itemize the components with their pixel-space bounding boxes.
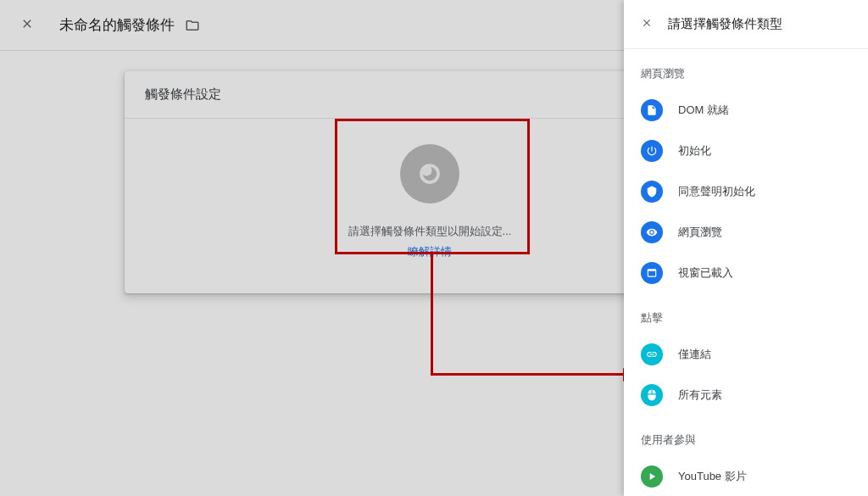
trigger-type-panel: 請選擇觸發條件類型 網頁瀏覽DOM 就緒初始化同意聲明初始化網頁瀏覽視窗已載入點…: [624, 0, 868, 496]
shield-icon: [641, 181, 663, 203]
link-icon: [641, 343, 663, 365]
trigger-item-label: DOM 就緒: [678, 103, 729, 118]
mouse-icon: [641, 384, 663, 406]
trigger-item-window-loaded[interactable]: 視窗已載入: [624, 253, 868, 293]
group-label: 使用者參與: [624, 415, 868, 456]
trigger-item-label: 視窗已載入: [678, 265, 733, 281]
trigger-item-consent-init[interactable]: 同意聲明初始化: [624, 171, 868, 212]
file-icon: [641, 99, 663, 121]
trigger-item-label: 僅連結: [678, 347, 711, 362]
trigger-item-youtube-video[interactable]: YouTube 影片: [624, 456, 868, 496]
folder-icon[interactable]: [185, 18, 200, 33]
group-label: 網頁瀏覽: [624, 49, 868, 90]
panel-close-icon[interactable]: [641, 15, 653, 33]
panel-title: 請選擇觸發條件類型: [668, 16, 782, 32]
editor-title[interactable]: 未命名的觸發條件: [59, 15, 175, 35]
svg-point-1: [421, 165, 432, 176]
trigger-item-dom-ready[interactable]: DOM 就緒: [624, 90, 868, 131]
group-label: 點擊: [624, 293, 868, 334]
trigger-item-label: YouTube 影片: [678, 469, 747, 484]
trigger-item-all-elements[interactable]: 所有元素: [624, 375, 868, 415]
trigger-item-page-view[interactable]: 網頁瀏覽: [624, 212, 868, 253]
trigger-item-label: 所有元素: [678, 387, 722, 403]
trigger-placeholder-icon: [400, 144, 459, 203]
play-icon: [641, 465, 663, 488]
power-icon: [641, 140, 663, 162]
trigger-item-just-links[interactable]: 僅連結: [624, 334, 868, 375]
close-icon[interactable]: [20, 15, 34, 35]
trigger-item-label: 初始化: [678, 143, 711, 159]
trigger-item-label: 同意聲明初始化: [678, 184, 755, 199]
trigger-item-initialization[interactable]: 初始化: [624, 131, 868, 171]
trigger-item-label: 網頁瀏覽: [678, 225, 722, 240]
panel-header: 請選擇觸發條件類型: [624, 0, 868, 49]
window-icon: [641, 262, 663, 284]
eye-icon: [641, 221, 663, 243]
